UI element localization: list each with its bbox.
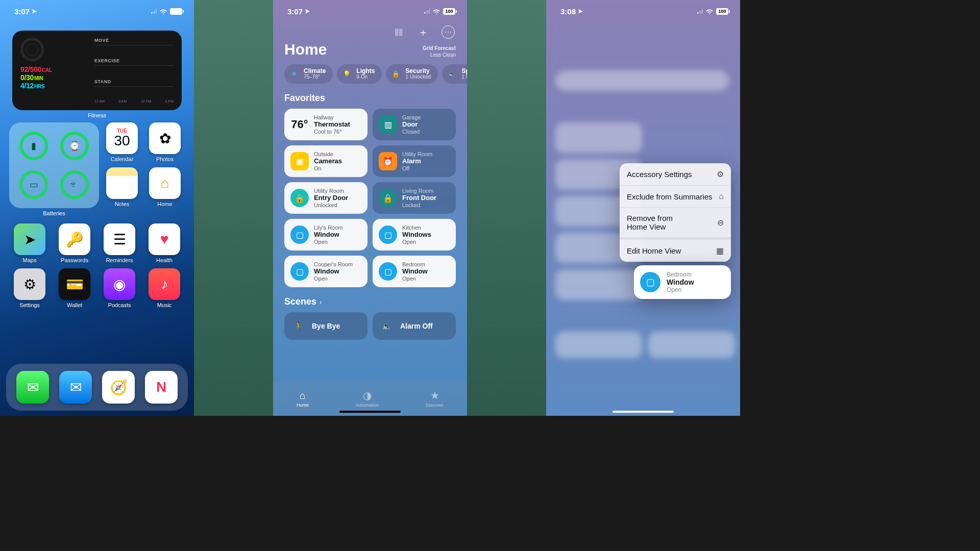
health-icon: ♥ — [149, 223, 180, 255]
cellular-icon — [151, 9, 157, 14]
tile-alarm[interactable]: ⏰ Utility Room Alarm Off — [373, 145, 456, 177]
wifi-icon — [432, 7, 440, 16]
status-bar: 3:07➤ 100 — [273, 0, 467, 22]
menu-item-1[interactable]: Exclude from Summaries ⌂ — [620, 186, 731, 208]
tab-automation[interactable]: ◑Automation — [356, 389, 379, 408]
alarm-icon: ⏰ — [379, 152, 397, 170]
announce-button[interactable]: ⦀⦀ — [393, 26, 405, 38]
clock: 3:07 — [14, 7, 30, 16]
homescreen: 3:07 ➤ 100 92/500CAL 0/30MIN 4/12HRS MOV… — [0, 0, 194, 416]
focused-accessory-tile[interactable]: ▢ Bedroom Window Open — [634, 265, 731, 299]
security-icon: 🔒 — [390, 68, 401, 80]
phone-icon: ▮ — [19, 132, 48, 160]
app-reminders[interactable]: ☰Reminders — [100, 223, 139, 263]
photos-icon: ✿ — [149, 122, 181, 154]
tile-cameras[interactable]: ▣ Outside Cameras On — [284, 145, 368, 177]
app-music[interactable]: ♪Music — [145, 268, 184, 308]
star-icon: ★ — [430, 389, 439, 402]
settings-icon: ⚙ — [14, 268, 45, 300]
cellular-icon — [697, 9, 703, 14]
scene-alarm off[interactable]: 🔈 Alarm Off — [373, 312, 456, 340]
home-icon: ⌂ — [149, 167, 181, 199]
batteries-widget[interactable]: ▮ ⌚ ▭ ᯤ — [9, 122, 99, 208]
tile-thermostat[interactable]: 76° Hallway Thermostat Cool to 76° — [284, 109, 368, 140]
tile-entry door[interactable]: 🔒 Utility Room Entry Door Unlocked — [284, 182, 368, 214]
home-indicator[interactable] — [612, 411, 674, 413]
house-icon: ⌂ — [300, 390, 306, 402]
tile-window[interactable]: ▢ Bedroom Window Open — [373, 256, 456, 287]
battery-icon: 100 — [716, 8, 730, 15]
lock-icon: 🔒 — [379, 189, 397, 207]
automation-icon: ◑ — [363, 389, 372, 402]
menu-item-2[interactable]: Remove fromHome View ⊖ — [620, 208, 731, 238]
app-settings[interactable]: ⚙Settings — [10, 268, 49, 308]
home-indicator[interactable] — [339, 411, 401, 413]
wifi-icon — [159, 7, 167, 16]
lights-icon: 💡 — [341, 68, 352, 80]
category-pills: ❄ Climate75–78° 💡 Lights9 On 🔒 Security1… — [273, 64, 467, 91]
pill-lights[interactable]: 💡 Lights9 On — [337, 64, 382, 84]
tile-front door[interactable]: 🔒 Living Room Front Door Locked — [373, 182, 456, 214]
pill-security[interactable]: 🔒 Security1 Unlocked — [386, 64, 438, 84]
menu-item-3[interactable]: Edit Home View ▦ — [620, 238, 731, 262]
app-passwords[interactable]: 🔑Passwords — [55, 223, 94, 263]
music-icon: ♪ — [149, 268, 180, 300]
clock: 3:07 — [287, 7, 303, 16]
menu-item-0[interactable]: Accessory Settings ⚙ — [620, 163, 731, 186]
grid-forecast[interactable]: Grid ForecastLess Clean — [423, 45, 456, 58]
maps-icon: ➤ — [14, 223, 45, 255]
pill-climate[interactable]: ❄ Climate75–78° — [284, 64, 333, 84]
camera-icon: ▣ — [290, 152, 309, 170]
speakers-icon: 🔈 — [446, 68, 457, 80]
app-notes[interactable]: Notes — [106, 167, 138, 207]
pill-speakers[interactable]: 🔈 Speakers1 Off — [442, 64, 467, 84]
app-wallet[interactable]: 💳Wallet — [55, 268, 94, 308]
app-mail[interactable]: ✉ — [59, 371, 92, 404]
activity-rings-icon — [20, 38, 44, 61]
fitness-widget[interactable]: 92/500CAL 0/30MIN 4/12HRS MOVE EXERCISE … — [12, 31, 182, 110]
tile-window[interactable]: ▢ Cooper's Room Window Open — [284, 256, 368, 287]
tile-windows[interactable]: ▢ Kitchen Windows Open — [373, 219, 456, 251]
tab-home[interactable]: ⌂Home — [297, 390, 309, 408]
location-icon: ➤ — [305, 8, 310, 15]
status-bar: 3:07 ➤ 100 — [0, 0, 194, 22]
scenes-header[interactable]: Scenes› — [284, 296, 456, 307]
climate-icon: ❄ — [288, 68, 300, 80]
app-news[interactable]: N — [145, 371, 178, 404]
app-photos[interactable]: ✿Photos — [149, 122, 181, 162]
page-title: Home — [284, 41, 327, 58]
add-button[interactable]: ＋ — [417, 26, 429, 38]
app-home[interactable]: ⌂Home — [149, 167, 181, 207]
tile-window[interactable]: ▢ Lily's Room Window Open — [284, 219, 368, 251]
app-messages[interactable]: ✉ — [16, 371, 49, 404]
home-app: 3:07➤ 100 ⦀⦀ ＋ ⋯ Home Grid ForecastLess … — [273, 0, 467, 416]
house-icon: ⌂ — [719, 192, 724, 201]
cellular-icon — [424, 9, 430, 14]
battery-icon: 100 — [170, 8, 184, 15]
tab-discover[interactable]: ★Discover — [426, 389, 444, 408]
walk-icon: 🚶 — [292, 320, 305, 332]
clock: 3:08 — [560, 7, 576, 16]
thermostat-icon: 76° — [290, 115, 309, 134]
app-podcasts[interactable]: ◉Podcasts — [100, 268, 139, 308]
podcasts-icon: ◉ — [104, 268, 135, 300]
garage-icon: ▥ — [379, 115, 397, 134]
context-menu: Accessory Settings ⚙ Exclude from Summar… — [620, 163, 731, 262]
notes-icon — [106, 167, 138, 199]
app-calendar[interactable]: TUE 30 Calendar — [106, 122, 138, 162]
app-safari[interactable]: 🧭 — [102, 371, 135, 404]
status-bar: 3:08➤ 100 — [546, 0, 740, 22]
app-health[interactable]: ♥Health — [145, 223, 184, 263]
tile-door[interactable]: ▥ Garage Door Closed — [373, 109, 456, 140]
more-button[interactable]: ⋯ — [442, 26, 455, 39]
wifi-icon — [705, 7, 714, 16]
window-icon: ▢ — [290, 262, 309, 281]
window-icon: ▢ — [640, 272, 660, 292]
scene-bye bye[interactable]: 🚶 Bye Bye — [284, 312, 368, 340]
app-maps[interactable]: ➤Maps — [10, 223, 49, 263]
airpods-case-icon: ▭ — [19, 170, 48, 199]
fitness-label: Fitness — [0, 112, 194, 118]
batteries-label: Batteries — [9, 210, 99, 216]
lock-icon: 🔒 — [290, 189, 309, 207]
wallet-icon: 💳 — [59, 268, 90, 300]
